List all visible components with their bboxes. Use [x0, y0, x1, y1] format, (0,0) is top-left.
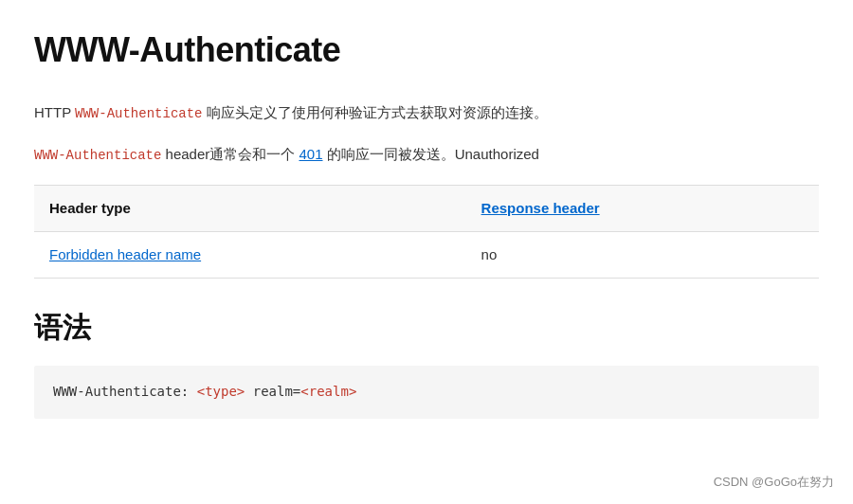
- desc2-prefix-code: WWW-Authenticate: [34, 148, 161, 163]
- syntax-code-text: WWW-Authenticate:: [53, 384, 197, 399]
- syntax-tag-realm: <realm>: [300, 384, 356, 399]
- desc1-suffix: 响应头定义了使用何种验证方式去获取对资源的连接。: [202, 104, 547, 120]
- page-wrapper: WWW-Authenticate HTTP WWW-Authenticate 响…: [0, 0, 853, 476]
- forbidden-header-link[interactable]: Forbidden header name: [49, 246, 201, 262]
- description-block-1: HTTP WWW-Authenticate 响应头定义了使用何种验证方式去获取对…: [34, 100, 819, 126]
- forbidden-header-value: no: [466, 232, 819, 279]
- description-block-2: WWW-Authenticate header通常会和一个 401 的响应一同被…: [34, 142, 819, 168]
- page-title: WWW-Authenticate: [34, 23, 819, 78]
- desc2-suffix: 的响应一同被发送。: [323, 146, 455, 162]
- desc1-code: WWW-Authenticate: [75, 106, 202, 121]
- desc2-middle: header通常会和一个: [161, 146, 299, 162]
- watermark: CSDN @GoGo在努力: [714, 473, 834, 493]
- table-header-row: Header type Response header: [34, 186, 819, 232]
- desc1-prefix: HTTP: [34, 104, 75, 120]
- col2-header: Response header: [466, 186, 819, 232]
- syntax-heading: 语法: [34, 305, 819, 351]
- syntax-code-realm-eq: realm=: [245, 384, 300, 399]
- description-paragraph-2: WWW-Authenticate header通常会和一个 401 的响应一同被…: [34, 142, 819, 168]
- syntax-code: WWW-Authenticate: <type> realm=<realm>: [53, 384, 356, 399]
- table-row: Forbidden header name no: [34, 232, 819, 279]
- forbidden-header-cell: Forbidden header name: [34, 232, 466, 279]
- info-table: Header type Response header Forbidden he…: [34, 185, 819, 279]
- desc2-trailing: Unauthorized: [455, 146, 539, 162]
- 401-link[interactable]: 401: [299, 146, 322, 162]
- response-header-link[interactable]: Response header: [481, 200, 600, 216]
- description-paragraph-1: HTTP WWW-Authenticate 响应头定义了使用何种验证方式去获取对…: [34, 100, 819, 126]
- syntax-code-block: WWW-Authenticate: <type> realm=<realm>: [34, 366, 819, 418]
- syntax-tag-type: <type>: [197, 384, 245, 399]
- col1-header: Header type: [34, 186, 466, 232]
